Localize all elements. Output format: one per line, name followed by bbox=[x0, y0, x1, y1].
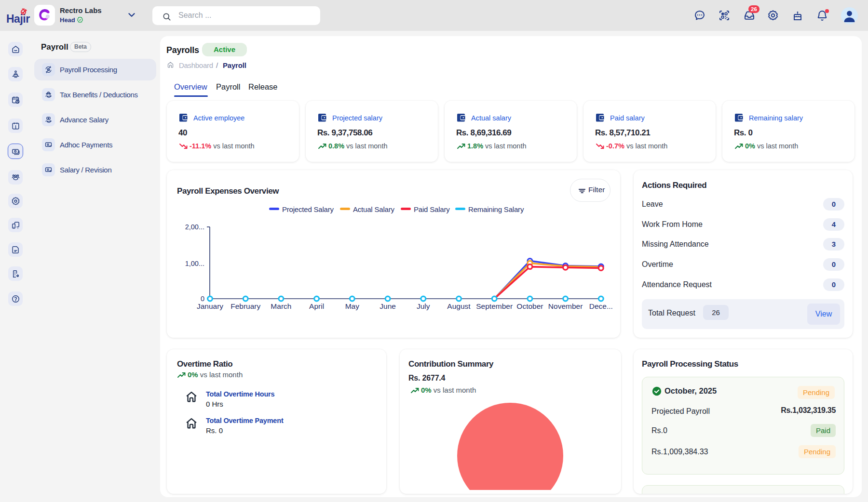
svg-text:June: June bbox=[380, 302, 396, 310]
svg-text:August: August bbox=[447, 302, 471, 310]
svg-text:January: January bbox=[197, 302, 223, 310]
svg-text:July: July bbox=[417, 302, 430, 310]
svg-text:October: October bbox=[516, 302, 543, 310]
svg-text:Hajir: Hajir bbox=[6, 13, 30, 25]
svg-text:May: May bbox=[345, 302, 360, 310]
svg-text:March: March bbox=[271, 302, 291, 310]
svg-text:Dece...: Dece... bbox=[589, 302, 613, 310]
svg-text:2,00...: 2,00... bbox=[185, 223, 204, 231]
svg-text:Paid Salary: Paid Salary bbox=[414, 205, 450, 213]
svg-text:Remaining Salary: Remaining Salary bbox=[468, 205, 524, 213]
svg-text:November: November bbox=[548, 302, 583, 310]
svg-text:0: 0 bbox=[201, 295, 204, 303]
svg-text:April: April bbox=[309, 302, 324, 310]
svg-text:Projected Salary: Projected Salary bbox=[282, 205, 334, 213]
svg-text:February: February bbox=[231, 302, 260, 310]
svg-text:Actual Salary: Actual Salary bbox=[353, 205, 394, 213]
svg-text:1,00...: 1,00... bbox=[185, 260, 204, 267]
svg-text:September: September bbox=[476, 302, 513, 310]
